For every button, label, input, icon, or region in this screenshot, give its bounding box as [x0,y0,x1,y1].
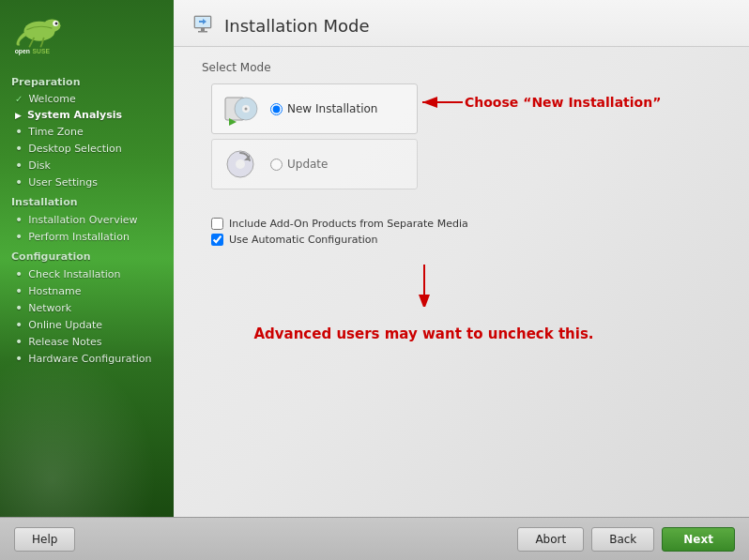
sidebar-item-desktop-selection[interactable]: Desktop Selection [0,140,174,157]
sidebar-item-perform-installation[interactable]: Perform Installation [0,228,174,245]
annotation-arrow-icon [418,88,465,116]
update-option[interactable]: Update [211,139,418,189]
update-icon [222,145,259,183]
sidebar-item-check-installation[interactable]: Check Installation [0,265,174,282]
select-mode-label: Select Mode [202,61,721,74]
section-configuration: Configuration [0,245,174,265]
new-installation-label[interactable]: New Installation [270,102,377,115]
update-label[interactable]: Update [270,158,328,171]
new-installation-radio[interactable] [270,103,283,115]
sidebar-logo: open SUSE [0,0,174,66]
sidebar: open SUSE Preparation Welcome System Ana… [0,0,174,517]
new-installation-annotation: Choose “New Installation” [418,88,661,116]
svg-text:SUSE: SUSE [33,48,51,54]
svg-rect-8 [201,28,205,31]
back-button[interactable]: Back [591,527,654,552]
sidebar-item-time-zone[interactable]: Time Zone [0,123,174,140]
advanced-annotation: Advanced users may want to uncheck this. [253,325,593,342]
sidebar-item-online-update[interactable]: Online Update [0,316,174,333]
sidebar-item-welcome[interactable]: Welcome [0,91,174,107]
svg-text:open: open [15,48,30,55]
sidebar-item-network[interactable]: Network [0,299,174,316]
section-preparation: Preparation [0,70,174,91]
auto-config-checkbox[interactable] [211,234,223,246]
content-body: Select Mode [174,47,749,517]
auto-config-row: Use Automatic Configuration [211,234,721,246]
mode-options: New Installation [211,83,418,189]
sidebar-item-user-settings[interactable]: User Settings [0,174,174,190]
sidebar-item-disk[interactable]: Disk [0,157,174,174]
new-installation-icon [222,90,259,128]
sidebar-item-installation-overview[interactable]: Installation Overview [0,211,174,228]
page-title: Installation Mode [224,16,369,36]
opensuse-logo-icon: open SUSE [11,9,68,56]
sidebar-navigation: Preparation Welcome System Analysis Time… [0,66,174,517]
advanced-annotation-text: Advanced users may want to uncheck this. [253,325,593,342]
bottom-right-buttons: Abort Back Next [517,527,735,552]
sidebar-item-system-analysis[interactable]: System Analysis [0,107,174,123]
update-radio[interactable] [270,159,283,171]
page-header: Installation Mode [174,0,749,47]
addon-products-label: Include Add-On Products from Separate Me… [229,218,468,230]
sidebar-item-release-notes[interactable]: Release Notes [0,333,174,350]
new-installation-option[interactable]: New Installation [211,83,418,134]
svg-point-15 [236,159,245,169]
choose-new-installation-text: Choose “New Installation” [465,95,661,110]
help-button[interactable]: Help [14,527,75,552]
svg-point-13 [245,108,248,111]
bottom-bar: Help Abort Back Next [0,517,749,560]
addon-products-checkbox[interactable] [211,218,223,230]
addon-products-row: Include Add-On Products from Separate Me… [211,218,721,230]
auto-config-label: Use Automatic Configuration [229,234,378,246]
sidebar-item-hardware-configuration[interactable]: Hardware Configuration [0,350,174,367]
advanced-annotation-arrow-icon [405,260,443,307]
svg-point-3 [55,22,58,24]
svg-rect-9 [198,31,207,33]
next-button[interactable]: Next [662,527,735,552]
installation-mode-icon [192,14,215,37]
bottom-left-buttons: Help [14,527,75,552]
section-installation: Installation [0,190,174,211]
svg-point-1 [44,19,61,32]
checkboxes-section: Include Add-On Products from Separate Me… [211,218,721,246]
content-area: Installation Mode Select Mode [174,0,749,517]
sidebar-item-hostname[interactable]: Hostname [0,282,174,299]
abort-button[interactable]: Abort [517,527,584,552]
